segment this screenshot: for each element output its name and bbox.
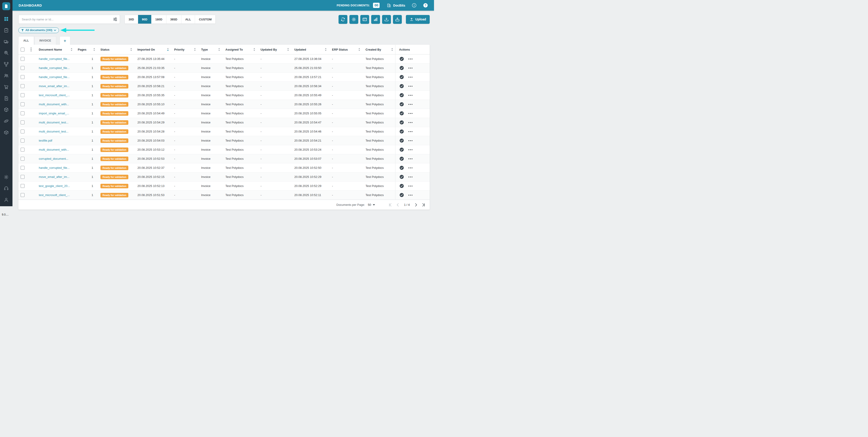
row-checkbox[interactable]: [21, 66, 25, 70]
add-tab-button[interactable]: +: [60, 36, 70, 45]
col-header-updated[interactable]: Updated: [291, 48, 329, 51]
document-name-link[interactable]: move_email_after_im...: [36, 175, 74, 179]
sidebar-item-user-search[interactable]: [3, 50, 9, 56]
export-box-button[interactable]: [393, 15, 402, 24]
time-filter-all[interactable]: ALL: [181, 15, 195, 24]
table-row[interactable]: testfile.pdf 1 Ready for validation 20.0…: [19, 136, 430, 145]
row-checkbox[interactable]: [21, 120, 25, 124]
row-more-icon[interactable]: [408, 140, 413, 142]
row-more-icon[interactable]: [408, 176, 413, 178]
sidebar-item-settings[interactable]: [3, 174, 9, 180]
time-filter-365d[interactable]: 365D: [166, 15, 181, 24]
row-checkbox[interactable]: [21, 166, 25, 170]
row-more-icon[interactable]: [408, 103, 413, 106]
sidebar-item-team[interactable]: [3, 72, 9, 79]
sort-icon[interactable]: [93, 48, 95, 51]
table-row[interactable]: multi_document_with... 1 Ready for valid…: [19, 100, 430, 109]
validate-icon[interactable]: [399, 65, 404, 70]
validate-icon[interactable]: [399, 120, 404, 125]
sidebar-item-support[interactable]: [3, 185, 9, 191]
time-filter-180d[interactable]: 180D: [152, 15, 166, 24]
document-name-link[interactable]: move_email_after_im...: [36, 84, 74, 88]
row-more-icon[interactable]: [408, 121, 413, 124]
help-icon[interactable]: ?: [423, 3, 428, 8]
table-row[interactable]: test_google_client_20... 1 Ready for val…: [19, 181, 430, 191]
sidebar-item-invoices[interactable]: [3, 95, 9, 101]
document-name-link[interactable]: handle_corrupted_file...: [36, 57, 74, 61]
sidebar-item-account[interactable]: [3, 197, 9, 203]
row-more-icon[interactable]: [408, 158, 413, 160]
sort-icon[interactable]: [391, 48, 393, 51]
settings-button[interactable]: [349, 15, 358, 24]
sidebar-item-shipments[interactable]: [3, 38, 9, 45]
row-checkbox[interactable]: [21, 129, 25, 134]
last-page-button[interactable]: [421, 202, 426, 207]
sort-icon[interactable]: [130, 48, 132, 51]
col-header-priority[interactable]: Priority: [171, 48, 198, 51]
time-filter-90d[interactable]: 90D: [138, 15, 152, 24]
document-name-link[interactable]: handle_corrupted_file...: [36, 66, 74, 70]
sidebar-item-packages[interactable]: [3, 107, 9, 113]
table-row[interactable]: import_single_email_... 1 Ready for vali…: [19, 109, 430, 118]
document-name-link[interactable]: handle_corrupted_file...: [36, 166, 74, 170]
row-more-icon[interactable]: [408, 112, 413, 115]
analytics-button[interactable]: [371, 15, 380, 24]
time-filter-custom[interactable]: CUSTOM: [195, 15, 215, 24]
sort-icon[interactable]: [218, 48, 220, 51]
upload-button[interactable]: Upload: [406, 15, 430, 24]
validate-icon[interactable]: [399, 147, 404, 152]
refresh-button[interactable]: [339, 15, 347, 24]
document-name-link[interactable]: handle_corrupted_file...: [36, 75, 74, 79]
row-checkbox[interactable]: [21, 111, 25, 115]
row-more-icon[interactable]: [408, 94, 413, 96]
row-checkbox[interactable]: [21, 57, 25, 61]
col-header-imported-on[interactable]: Imported On: [134, 48, 171, 51]
sort-icon-active[interactable]: [167, 48, 169, 51]
row-checkbox[interactable]: [21, 148, 25, 151]
validate-icon[interactable]: [399, 93, 404, 98]
sort-icon[interactable]: [325, 48, 327, 51]
validate-icon[interactable]: [399, 75, 404, 80]
table-row[interactable]: test_microsoft_client_... 1 Ready for va…: [19, 191, 430, 200]
col-header-assigned-to[interactable]: Assigned To: [222, 48, 257, 51]
search-input[interactable]: [19, 15, 120, 24]
time-filter-30d[interactable]: 30D: [125, 15, 138, 24]
per-page-select[interactable]: 50: [368, 203, 375, 206]
validate-icon[interactable]: [399, 129, 404, 134]
row-checkbox[interactable]: [21, 93, 25, 97]
validate-icon[interactable]: [399, 174, 404, 179]
validate-icon[interactable]: [399, 138, 404, 143]
col-header-type[interactable]: Type: [198, 48, 222, 51]
validate-icon[interactable]: [399, 84, 404, 89]
validate-icon[interactable]: [399, 111, 404, 116]
document-name-link[interactable]: test_microsoft_client_...: [36, 193, 74, 197]
sort-icon[interactable]: [70, 48, 72, 51]
row-more-icon[interactable]: [408, 85, 413, 87]
sidebar-item-purchases[interactable]: [3, 84, 9, 90]
row-checkbox[interactable]: [21, 75, 25, 79]
sidebar-item-workflow[interactable]: [3, 61, 9, 67]
table-row[interactable]: corrupted_document... 1 Ready for valida…: [19, 154, 430, 163]
table-row[interactable]: move_email_after_im... 1 Ready for valid…: [19, 82, 430, 91]
document-name-link[interactable]: multi_document_with...: [36, 148, 74, 151]
document-name-link[interactable]: import_single_email_...: [36, 112, 74, 115]
table-row[interactable]: test_microsoft_client_... 1 Ready for va…: [19, 91, 430, 100]
row-checkbox[interactable]: [21, 184, 25, 188]
document-name-link[interactable]: multi_document_test...: [36, 121, 74, 124]
table-row[interactable]: handle_corrupted_file... 1 Ready for val…: [19, 72, 430, 82]
document-name-link[interactable]: multi_document_test...: [36, 130, 74, 133]
col-header-created-by[interactable]: Created By: [362, 48, 395, 51]
table-row[interactable]: multi_document_test... 1 Ready for valid…: [19, 118, 430, 127]
row-checkbox[interactable]: [21, 139, 25, 143]
validate-icon[interactable]: [399, 56, 404, 61]
col-header-status[interactable]: Status: [97, 48, 134, 51]
sidebar-item-tasks[interactable]: [3, 27, 9, 33]
row-more-icon[interactable]: [408, 67, 413, 69]
tab-all[interactable]: ALL: [19, 36, 34, 45]
document-name-link[interactable]: test_microsoft_client_...: [36, 93, 74, 97]
row-checkbox[interactable]: [21, 102, 25, 106]
select-all-checkbox[interactable]: [21, 48, 25, 52]
table-row[interactable]: multi_document_with... 1 Ready for valid…: [19, 145, 430, 154]
first-page-button[interactable]: [388, 202, 393, 207]
table-row[interactable]: multi_document_test... 1 Ready for valid…: [19, 127, 430, 136]
